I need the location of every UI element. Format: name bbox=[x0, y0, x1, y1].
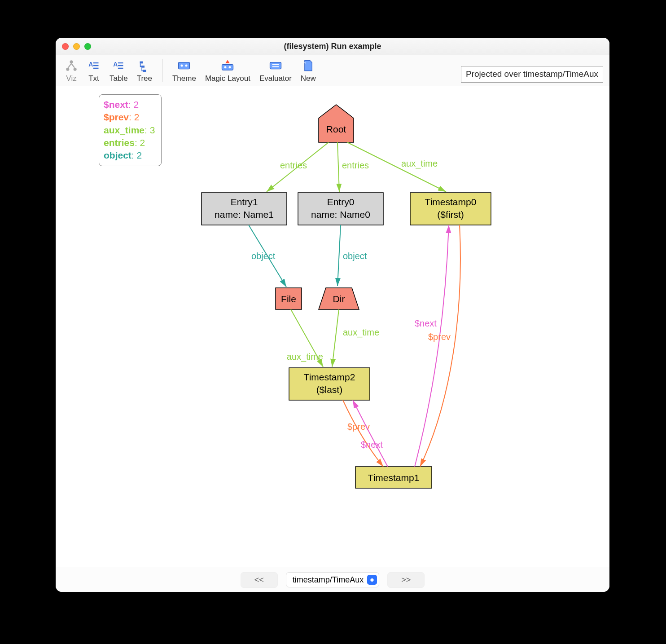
zoom-icon[interactable] bbox=[84, 43, 91, 50]
close-icon[interactable] bbox=[62, 43, 69, 50]
node-entry0[interactable]: Entry0 name: Name0 bbox=[298, 193, 383, 225]
projection-label: Projected over timestamp/TimeAux bbox=[461, 66, 603, 83]
svg-rect-14 bbox=[270, 62, 281, 69]
svg-text:Timestamp2: Timestamp2 bbox=[304, 372, 355, 382]
evaluator-button[interactable]: Evaluator bbox=[255, 59, 296, 83]
svg-point-1 bbox=[66, 68, 69, 71]
projection-select[interactable]: timestamp/TimeAux bbox=[286, 572, 379, 587]
projection-select-label: timestamp/TimeAux bbox=[293, 575, 364, 585]
magic-layout-icon bbox=[221, 59, 234, 72]
svg-text:($last): ($last) bbox=[316, 384, 342, 395]
svg-point-12 bbox=[224, 66, 227, 68]
node-timestamp1[interactable]: Timestamp1 bbox=[355, 467, 432, 488]
window-controls bbox=[56, 43, 91, 50]
minimize-icon[interactable] bbox=[73, 43, 80, 50]
svg-text:name: Name0: name: Name0 bbox=[311, 209, 370, 220]
node-timestamp2[interactable]: Timestamp2 ($last) bbox=[289, 368, 370, 400]
svg-text:name: Name1: name: Name1 bbox=[215, 209, 274, 220]
svg-rect-5 bbox=[140, 62, 143, 64]
node-timestamp0[interactable]: Timestamp0 ($first) bbox=[410, 193, 491, 225]
svg-text:$next: $next bbox=[361, 440, 383, 450]
theme-button[interactable]: Theme bbox=[168, 59, 201, 83]
svg-text:aux_time: aux_time bbox=[401, 159, 438, 169]
theme-icon bbox=[177, 59, 191, 72]
magic-layout-label: Magic Layout bbox=[205, 74, 250, 83]
svg-text:$prev: $prev bbox=[428, 332, 451, 342]
svg-text:object: object bbox=[251, 251, 276, 261]
svg-text:($first): ($first) bbox=[437, 209, 464, 220]
toolbar: Viz A Txt A Table Tree bbox=[56, 55, 609, 86]
svg-point-10 bbox=[185, 65, 188, 67]
svg-text:aux_time: aux_time bbox=[343, 327, 379, 338]
app-window: (filesystem) Run example Viz A Txt A Tab… bbox=[56, 38, 609, 592]
evaluator-label: Evaluator bbox=[259, 74, 292, 83]
svg-text:aux_time: aux_time bbox=[287, 352, 323, 362]
tab-tree[interactable]: Tree bbox=[132, 59, 157, 83]
prev-button[interactable]: << bbox=[241, 572, 278, 588]
svg-rect-7 bbox=[143, 70, 146, 72]
graph-canvas[interactable]: $next: 2 $prev: 2 aux_time: 3 entries: 2… bbox=[56, 86, 609, 567]
svg-text:Dir: Dir bbox=[333, 294, 345, 304]
tab-txt-label: Txt bbox=[88, 74, 99, 83]
svg-text:object: object bbox=[343, 251, 367, 261]
svg-text:Entry1: Entry1 bbox=[231, 197, 258, 207]
toolbar-separator bbox=[162, 59, 162, 82]
tab-viz[interactable]: Viz bbox=[60, 59, 83, 83]
chevrons-icon bbox=[367, 575, 377, 585]
svg-rect-8 bbox=[179, 62, 190, 69]
next-button[interactable]: >> bbox=[387, 572, 425, 588]
evaluator-icon bbox=[269, 59, 282, 72]
tab-tree-label: Tree bbox=[137, 74, 152, 83]
window-title: (filesystem) Run example bbox=[56, 42, 609, 51]
svg-text:entries: entries bbox=[342, 160, 369, 170]
svg-text:Timestamp0: Timestamp0 bbox=[425, 197, 477, 207]
svg-text:File: File bbox=[281, 294, 296, 304]
theme-label: Theme bbox=[172, 74, 196, 83]
svg-point-13 bbox=[229, 66, 231, 68]
viz-icon bbox=[65, 59, 78, 72]
svg-point-0 bbox=[70, 60, 73, 63]
tab-txt[interactable]: A Txt bbox=[83, 59, 105, 83]
svg-point-9 bbox=[181, 65, 183, 67]
svg-text:$next: $next bbox=[415, 318, 437, 328]
node-root[interactable]: Root bbox=[319, 105, 354, 142]
magic-layout-button[interactable]: Magic Layout bbox=[201, 59, 255, 83]
svg-text:Root: Root bbox=[326, 124, 346, 134]
svg-text:A: A bbox=[88, 61, 93, 68]
node-dir[interactable]: Dir bbox=[319, 288, 359, 309]
svg-text:A: A bbox=[114, 61, 118, 68]
new-button[interactable]: New bbox=[296, 59, 320, 83]
table-icon: A bbox=[112, 59, 125, 72]
txt-icon: A bbox=[87, 59, 101, 72]
tab-viz-label: Viz bbox=[66, 74, 76, 83]
node-entry1[interactable]: Entry1 name: Name1 bbox=[202, 193, 287, 225]
new-label: New bbox=[301, 74, 316, 83]
tree-icon bbox=[138, 59, 151, 72]
svg-text:Entry0: Entry0 bbox=[327, 197, 355, 207]
tab-table-label: Table bbox=[110, 74, 128, 83]
svg-text:Timestamp1: Timestamp1 bbox=[368, 472, 420, 483]
new-icon bbox=[302, 59, 315, 72]
titlebar: (filesystem) Run example bbox=[56, 38, 609, 55]
svg-rect-6 bbox=[141, 66, 145, 68]
footer: << timestamp/TimeAux >> bbox=[56, 567, 609, 592]
node-file[interactable]: File bbox=[276, 288, 302, 309]
svg-point-2 bbox=[74, 68, 77, 71]
tab-table[interactable]: A Table bbox=[105, 59, 132, 83]
graph-svg: Root entries entries aux_time Entry1 nam… bbox=[56, 86, 609, 567]
svg-rect-11 bbox=[222, 65, 233, 71]
svg-text:entries: entries bbox=[280, 160, 307, 170]
